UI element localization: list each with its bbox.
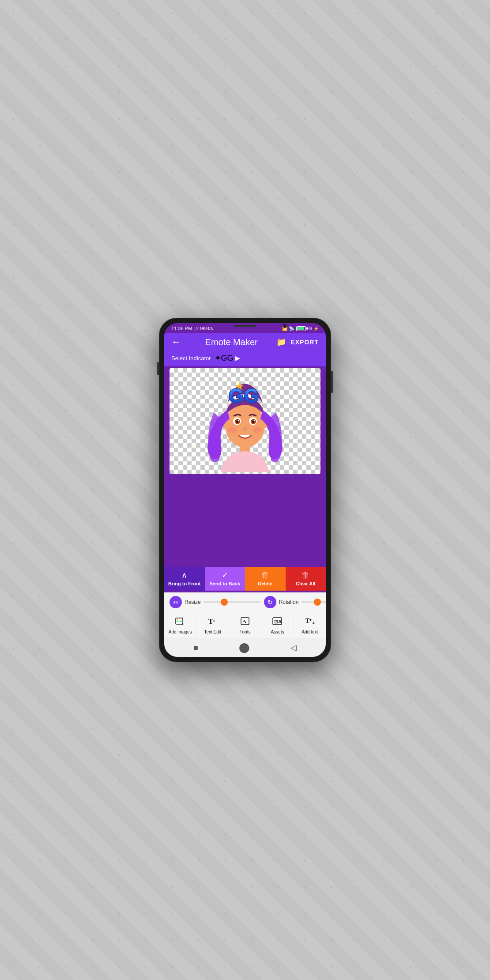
add-text-icon: T т +: [305, 617, 315, 628]
svg-text:GG: GG: [229, 385, 259, 407]
svg-point-0: [225, 403, 265, 448]
rotation-label: Rotation: [279, 599, 299, 605]
fonts-icon: A: [240, 617, 250, 628]
phone-device: 11:36 PM | 2.9KB/s 📶 📡 86 ⚡ ← Emote Make…: [159, 318, 331, 662]
clear-all-button[interactable]: 🗑 Clear All: [286, 567, 326, 591]
nav-back-button[interactable]: ◁: [290, 643, 297, 652]
chevron-right-icon: ▶: [235, 354, 240, 362]
assets-button[interactable]: ⊡A Assets: [261, 612, 294, 638]
delete-label: Delete: [258, 581, 272, 586]
app-title: Emote Maker: [186, 337, 276, 347]
speaker: [234, 325, 256, 327]
nav-bar: ■ ⬤ ◁: [164, 638, 326, 657]
delete-icon: 🗑: [261, 571, 269, 579]
send-back-label: Send to Back: [209, 581, 240, 586]
bring-front-icon: ∧: [181, 571, 187, 579]
controls-row: ⇔ Resize ↻ Rotation: [164, 592, 326, 612]
clear-all-icon: 🗑: [302, 571, 309, 579]
battery-icon: [296, 326, 306, 331]
rotation-control: ↻ Rotation: [264, 596, 326, 608]
assets-label: Assets: [271, 629, 284, 634]
svg-point-8: [254, 420, 255, 422]
svg-point-10: [228, 427, 237, 433]
spacer: [164, 558, 326, 567]
assets-icon: ⊡A: [272, 617, 282, 628]
text-edit-button[interactable]: T т Text Edit: [196, 612, 229, 638]
select-badge[interactable]: ✦GG ▶: [215, 353, 240, 363]
battery-percent: 86: [307, 326, 312, 331]
bring-front-label: Bring to Front: [168, 581, 200, 586]
clear-all-label: Clear All: [296, 581, 315, 586]
canvas-area: GG GG: [164, 366, 326, 558]
nav-square-button[interactable]: ■: [193, 643, 198, 652]
folder-icon[interactable]: 📁: [276, 337, 286, 347]
power-button: [331, 371, 333, 393]
phone-screen: 11:36 PM | 2.9KB/s 📶 📡 86 ⚡ ← Emote Make…: [164, 323, 326, 657]
text-edit-icon: T т: [208, 617, 218, 628]
svg-text:+: +: [181, 622, 184, 626]
battery-fill: [297, 327, 304, 330]
svg-point-7: [238, 420, 239, 422]
bring-to-front-button[interactable]: ∧ Bring to Front: [164, 567, 205, 591]
character-illustration: GG GG: [201, 368, 289, 474]
add-text-button[interactable]: T т + Add text: [294, 612, 326, 638]
rotation-slider[interactable]: [301, 601, 326, 603]
fonts-button[interactable]: A Fonts: [229, 612, 261, 638]
canvas-box[interactable]: GG GG: [170, 368, 320, 474]
character-container: GG GG: [170, 368, 320, 474]
resize-slider[interactable]: [204, 601, 260, 603]
text-edit-label: Text Edit: [204, 629, 221, 634]
send-to-back-button[interactable]: ✓ Send to Back: [205, 567, 245, 591]
rotation-icon: ↻: [264, 596, 276, 608]
nav-home-button[interactable]: ⬤: [239, 642, 250, 653]
wifi-icon: 📡: [289, 326, 294, 331]
status-time-data: 11:36 PM | 2.9KB/s: [171, 326, 213, 331]
svg-text:A: A: [242, 618, 247, 625]
export-button[interactable]: EXPORT: [290, 339, 319, 346]
svg-text:т: т: [213, 618, 215, 623]
send-back-icon: ✓: [222, 571, 228, 579]
fonts-label: Fonts: [240, 629, 251, 634]
select-label: Select Indicator: [171, 355, 211, 362]
resize-control: ⇔ Resize: [170, 596, 260, 608]
charge-icon: ⚡: [313, 326, 319, 331]
add-images-label: Add images: [169, 629, 192, 634]
resize-label: Resize: [185, 599, 201, 605]
svg-point-9: [243, 427, 247, 431]
svg-text:⊡A: ⊡A: [274, 619, 282, 624]
select-indicator-row: Select Indicator ✦GG ▶: [164, 351, 326, 366]
add-images-button[interactable]: + Add images: [164, 612, 196, 638]
svg-text:т: т: [309, 617, 312, 622]
action-buttons-row: ∧ Bring to Front ✓ Send to Back 🗑 Delete…: [164, 567, 326, 591]
back-button[interactable]: ←: [171, 336, 181, 348]
add-images-icon: +: [175, 617, 185, 628]
top-bar: ← Emote Maker 📁 EXPORT: [164, 333, 326, 351]
gg-badge-icon: ✦GG: [215, 353, 234, 363]
volume-button: [157, 362, 159, 375]
add-text-label: Add text: [302, 629, 318, 634]
svg-point-11: [253, 427, 262, 433]
delete-button[interactable]: 🗑 Delete: [245, 567, 286, 591]
camera: [283, 324, 287, 328]
resize-icon: ⇔: [170, 596, 182, 608]
svg-text:+: +: [312, 620, 315, 626]
status-right: 📶 📡 86 ⚡: [282, 326, 319, 331]
toolbar: + Add images T т Text Edit: [164, 612, 326, 638]
